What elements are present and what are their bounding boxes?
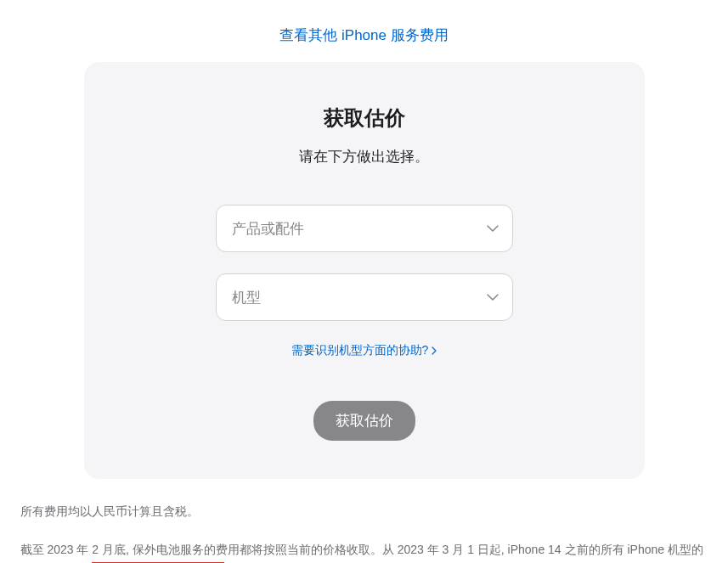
estimate-card: 获取估价 请在下方做出选择。 产品或配件 机型 需要识别机型方面的协助? <box>84 62 645 479</box>
chevron-down-icon <box>487 222 499 234</box>
chevron-right-icon <box>432 346 437 355</box>
submit-wrapper: 获取估价 <box>135 401 594 441</box>
footer-notes: 所有费用均以人民币计算且含税。 截至 2023 年 2 月底, 保外电池服务的费… <box>12 500 717 563</box>
card-title: 获取估价 <box>135 104 594 132</box>
product-select[interactable]: 产品或配件 <box>216 205 513 252</box>
footer-note-price-change: 截至 2023 年 2 月底, 保外电池服务的费用都将按照当前的价格收取。从 2… <box>20 538 708 563</box>
model-select-wrapper: 机型 <box>216 273 513 321</box>
model-select-placeholder: 机型 <box>232 288 261 307</box>
help-link-text: 需要识别机型方面的协助? <box>291 343 429 358</box>
product-select-wrapper: 产品或配件 <box>216 205 513 252</box>
identify-model-help-link[interactable]: 需要识别机型方面的协助? <box>291 343 437 358</box>
footer-note-tax: 所有费用均以人民币计算且含税。 <box>20 500 708 523</box>
other-iphone-fees-link[interactable]: 查看其他 iPhone 服务费用 <box>279 27 448 43</box>
model-select[interactable]: 机型 <box>216 273 513 321</box>
product-select-placeholder: 产品或配件 <box>232 219 304 239</box>
top-link-container: 查看其他 iPhone 服务费用 <box>0 0 728 62</box>
get-estimate-button[interactable]: 获取估价 <box>313 401 415 441</box>
footer-note2-part1: 截至 2023 年 2 月底, 保外电池服务的费用都将按照当前的价格收取。从 2… <box>20 543 703 563</box>
chevron-down-icon <box>487 291 499 303</box>
card-subtitle: 请在下方做出选择。 <box>135 147 594 166</box>
